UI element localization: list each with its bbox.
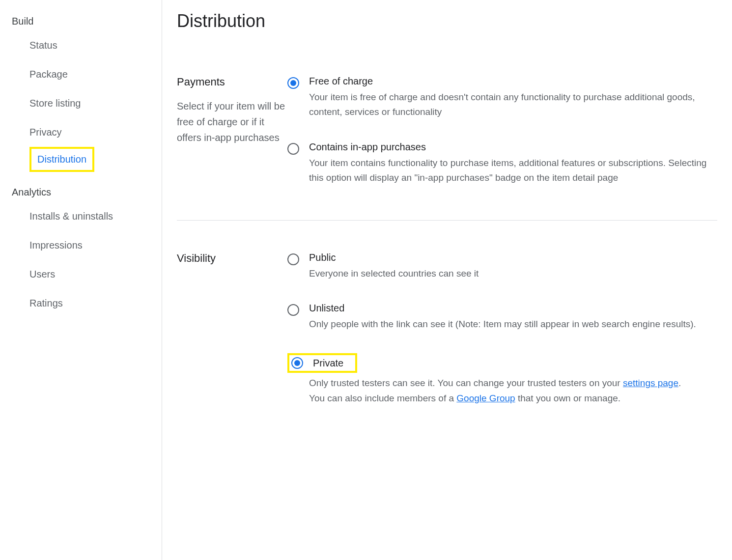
radio-unlisted-desc: Only people with the link can see it (No… [309,317,696,332]
sidebar-item-distribution-highlight: Distribution [29,147,94,172]
sidebar-item-ratings[interactable]: Ratings [12,289,63,318]
radio-inapp-desc: Your item contains functionality to purc… [309,156,717,186]
sidebar-section-analytics: Analytics [12,172,162,202]
sidebar-item-installs[interactable]: Installs & uninstalls [12,202,113,231]
section-payments-subtitle: Select if your item will be free of char… [177,98,287,145]
main-content: Distribution Payments Select if your ite… [162,0,732,560]
radio-row-free: Free of charge Your item is free of char… [287,76,717,120]
section-payments: Payments Select if your item will be fre… [177,76,717,221]
private-desc-text2: You can also include members of a [309,393,456,403]
sidebar-item-package[interactable]: Package [12,60,68,89]
section-visibility-title: Visibility [177,252,287,275]
radio-unlisted[interactable] [287,304,299,316]
radio-public[interactable] [287,253,299,265]
sidebar-item-status[interactable]: Status [12,31,57,60]
radio-inapp-label: Contains in-app purchases [309,141,717,156]
settings-page-link[interactable]: settings page [623,378,678,388]
section-visibility: Visibility Public Everyone in selected c… [177,221,717,441]
private-desc-text3: that you own or manage. [515,393,620,403]
page-title: Distribution [177,0,717,76]
sidebar-item-store-listing[interactable]: Store listing [12,89,81,118]
radio-public-desc: Everyone in selected countries can see i… [309,266,479,281]
sidebar-item-users[interactable]: Users [12,260,55,289]
radio-private-desc: Only trusted testers can see it. You can… [287,376,717,406]
radio-free-label: Free of charge [309,76,717,90]
radio-private-label: Private [303,358,343,369]
section-payments-title: Payments [177,76,287,98]
radio-row-unlisted: Unlisted Only people with the link can s… [287,303,717,332]
sidebar-item-distribution[interactable]: Distribution [37,150,86,169]
radio-private-highlight: Private [287,353,357,373]
sidebar-item-impressions[interactable]: Impressions [12,231,83,260]
radio-in-app-purchases[interactable] [287,143,299,155]
radio-private[interactable] [291,357,303,369]
google-group-link[interactable]: Google Group [456,393,515,403]
radio-unlisted-label: Unlisted [309,303,696,317]
radio-row-private: Private Only trusted testers can see it.… [287,353,717,406]
radio-public-label: Public [309,252,479,266]
private-desc-text1: Only trusted testers can see it. You can… [309,378,623,388]
sidebar: Build Status Package Store listing Priva… [0,0,162,560]
sidebar-section-build: Build [12,9,162,31]
radio-row-public: Public Everyone in selected countries ca… [287,252,717,281]
radio-free-of-charge[interactable] [287,77,299,89]
radio-free-desc: Your item is free of charge and doesn't … [309,90,717,120]
private-desc-dot: . [678,378,681,388]
radio-row-inapp: Contains in-app purchases Your item cont… [287,141,717,186]
sidebar-item-privacy[interactable]: Privacy [12,118,62,147]
